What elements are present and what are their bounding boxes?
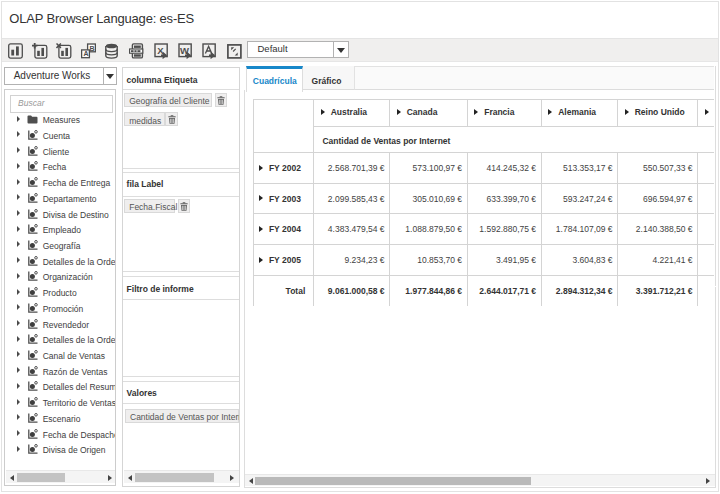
svg-text:A: A bbox=[83, 50, 88, 57]
svg-text:B: B bbox=[89, 45, 94, 52]
